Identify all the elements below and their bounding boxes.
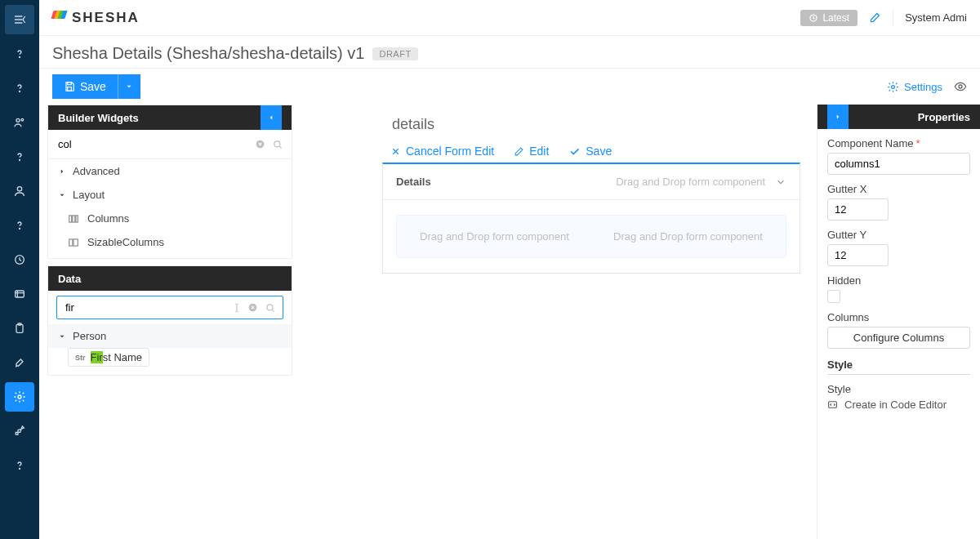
svg-point-0 bbox=[20, 57, 20, 58]
save-dropdown-button[interactable] bbox=[118, 74, 140, 99]
gutter-x-label: Gutter X bbox=[827, 183, 970, 195]
nav-brush[interactable] bbox=[5, 416, 34, 446]
dropzone-col-1[interactable]: Drag and Drop form component bbox=[410, 230, 579, 243]
nav-toggle[interactable] bbox=[5, 5, 34, 34]
widgets-search-row bbox=[48, 130, 292, 159]
nav-help-1[interactable] bbox=[5, 39, 34, 69]
clear-icon[interactable] bbox=[247, 302, 258, 313]
nav-help-5[interactable] bbox=[5, 451, 34, 480]
nav-user-group[interactable] bbox=[5, 108, 34, 137]
properties-panel: Properties Component Name* Gutter X bbox=[817, 105, 980, 539]
data-panel-title: Data bbox=[58, 273, 81, 285]
save-group: Save bbox=[52, 74, 140, 99]
svg-point-12 bbox=[20, 469, 20, 470]
svg-rect-21 bbox=[73, 215, 75, 221]
widget-sizable-columns[interactable]: SizableColumns bbox=[48, 230, 292, 258]
settings-link[interactable]: Settings bbox=[887, 80, 967, 93]
category-advanced[interactable]: Advanced bbox=[48, 159, 292, 183]
latest-label: Latest bbox=[822, 12, 849, 24]
configure-columns-button[interactable]: Configure Columns bbox=[827, 327, 970, 349]
data-group-person-label: Person bbox=[73, 330, 106, 342]
svg-point-3 bbox=[21, 118, 24, 121]
component-name-label: Component Name* bbox=[827, 137, 970, 149]
nav-help-3[interactable] bbox=[5, 142, 34, 172]
data-panel: Data Person bbox=[47, 265, 292, 376]
svg-rect-20 bbox=[69, 215, 72, 221]
svg-rect-8 bbox=[16, 291, 24, 297]
svg-rect-23 bbox=[69, 238, 73, 245]
data-item-firstname[interactable]: Str First Name bbox=[68, 348, 149, 367]
pencil-icon[interactable] bbox=[869, 11, 881, 24]
style-section-heading: Style bbox=[827, 359, 970, 375]
data-item-label: First Name bbox=[91, 351, 143, 363]
widgets-panel-collapse[interactable] bbox=[261, 105, 282, 130]
app-root: SHESHA Latest System Admi Shesha Details… bbox=[0, 0, 980, 539]
nav-clipboard[interactable] bbox=[5, 314, 34, 343]
properties-collapse[interactable] bbox=[827, 105, 849, 129]
nav-list[interactable] bbox=[5, 279, 34, 309]
type-tag: Str bbox=[75, 354, 86, 362]
clear-icon[interactable] bbox=[255, 139, 265, 149]
left-panels: Builder Widgets Advan bbox=[47, 105, 292, 539]
save-button[interactable]: Save bbox=[52, 74, 118, 99]
dropzone-col-2[interactable]: Drag and Drop form component bbox=[604, 230, 773, 243]
search-icon[interactable] bbox=[272, 139, 283, 150]
category-layout[interactable]: Layout bbox=[48, 183, 292, 207]
component-name-input[interactable] bbox=[827, 153, 970, 175]
search-icons bbox=[255, 139, 283, 150]
gutter-y-input[interactable] bbox=[827, 244, 889, 266]
cancel-form-edit[interactable]: Cancel Form Edit bbox=[390, 145, 494, 158]
nav-user[interactable] bbox=[5, 176, 34, 206]
prop-hidden: Hidden bbox=[827, 274, 970, 303]
chevron-down-icon[interactable] bbox=[775, 176, 786, 188]
form-actions: Cancel Form Edit Edit Save bbox=[390, 145, 800, 158]
svg-point-11 bbox=[18, 395, 21, 399]
svg-point-2 bbox=[16, 118, 20, 122]
search-icon[interactable] bbox=[265, 302, 276, 314]
edit-form[interactable]: Edit bbox=[514, 145, 549, 158]
latest-badge[interactable]: Latest bbox=[800, 10, 858, 26]
nav-tool[interactable] bbox=[5, 348, 34, 377]
data-search-icons bbox=[247, 302, 276, 314]
nav-rail bbox=[0, 0, 39, 539]
header-divider bbox=[893, 9, 893, 27]
prop-component-name: Component Name* bbox=[827, 137, 970, 175]
brand-logo[interactable]: SHESHA bbox=[52, 10, 140, 26]
create-in-code-editor[interactable]: Create in Code Editor bbox=[827, 399, 970, 411]
gutter-x-input[interactable] bbox=[827, 198, 889, 220]
sizable-columns-icon bbox=[68, 237, 79, 248]
data-group-person[interactable]: Person bbox=[48, 324, 292, 348]
nav-help-4[interactable] bbox=[5, 211, 34, 240]
nav-clock[interactable] bbox=[5, 245, 34, 274]
user-name[interactable]: System Admi bbox=[905, 11, 967, 24]
svg-rect-15 bbox=[68, 87, 72, 91]
svg-point-5 bbox=[17, 187, 21, 191]
edit-label: Edit bbox=[529, 145, 549, 158]
save-form[interactable]: Save bbox=[568, 145, 612, 158]
widget-columns[interactable]: Columns bbox=[48, 207, 292, 230]
canvas: details Cancel Form Edit Edit Save bbox=[301, 105, 817, 539]
canvas-heading: details bbox=[392, 116, 800, 133]
columns-label: Columns bbox=[827, 311, 970, 323]
page-title: Shesha Details (Shesha/shesha-details) v… bbox=[52, 44, 967, 63]
nav-help-2[interactable] bbox=[5, 74, 34, 103]
prop-style: Style Create in Code Editor bbox=[827, 383, 970, 411]
columns-dropzone[interactable]: Drag and Drop form component Drag and Dr… bbox=[396, 215, 786, 258]
hidden-checkbox[interactable] bbox=[827, 290, 840, 303]
form-card-title: Details bbox=[396, 176, 431, 188]
draft-badge: DRAFT bbox=[372, 47, 417, 60]
svg-point-17 bbox=[959, 85, 962, 88]
properties-header: Properties bbox=[817, 105, 980, 129]
eye-icon[interactable] bbox=[954, 80, 967, 93]
required-star: * bbox=[916, 137, 920, 149]
widgets-search-input[interactable] bbox=[56, 135, 250, 154]
properties-title: Properties bbox=[918, 111, 970, 123]
svg-rect-14 bbox=[68, 82, 72, 85]
svg-point-19 bbox=[274, 140, 280, 146]
svg-rect-24 bbox=[74, 238, 78, 245]
data-search-input[interactable] bbox=[64, 298, 234, 317]
header: SHESHA Latest System Admi bbox=[39, 0, 980, 36]
settings-label: Settings bbox=[904, 81, 942, 93]
nav-settings[interactable] bbox=[5, 382, 34, 412]
widgets-panel: Builder Widgets Advan bbox=[47, 105, 292, 259]
